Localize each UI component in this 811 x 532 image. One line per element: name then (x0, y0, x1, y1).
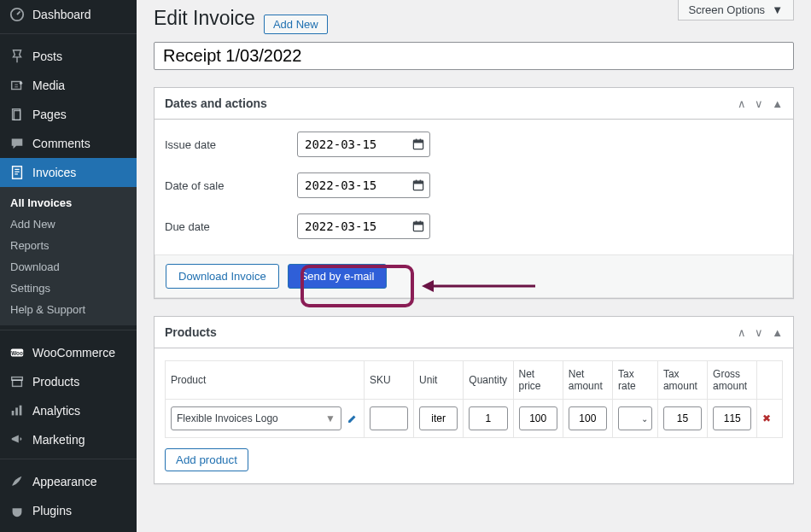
sidebar-sub-all-invoices[interactable]: All Invoices (0, 192, 137, 213)
product-select-value: Flexible Invoices Logo (177, 412, 278, 424)
chevron-down-icon: ⌄ (641, 414, 648, 424)
sidebar-item-media[interactable]: Media (0, 71, 137, 100)
sidebar-item-plugins[interactable]: Plugins (0, 496, 137, 525)
sidebar-item-dashboard[interactable]: Dashboard (0, 0, 137, 29)
delete-row-button[interactable]: ✖ (757, 400, 783, 438)
add-product-button[interactable]: Add product (165, 448, 248, 471)
col-product: Product (166, 361, 365, 400)
sidebar-item-label: Analytics (32, 404, 80, 418)
svg-text:Woo: Woo (11, 350, 23, 356)
add-new-button[interactable]: Add New (264, 15, 328, 34)
send-by-email-button[interactable]: Send by e-mail (288, 264, 388, 289)
media-icon (9, 77, 26, 94)
sidebar-item-woocommerce[interactable]: Woo WooCommerce (0, 338, 137, 367)
sidebar-item-label: Posts (32, 50, 62, 63)
megaphone-icon (9, 431, 26, 448)
move-up-icon[interactable]: ∧ (738, 326, 746, 339)
sidebar-item-invoices[interactable]: Invoices (0, 158, 137, 187)
svg-point-2 (20, 82, 23, 85)
collapse-icon[interactable]: ▲ (772, 97, 783, 110)
svg-rect-5 (13, 167, 22, 178)
col-sku: SKU (364, 361, 413, 400)
sidebar-item-products[interactable]: Products (0, 367, 137, 396)
products-table: Product SKU Unit Quantity Net price Net … (165, 360, 783, 438)
sale-date-label: Date of sale (165, 179, 297, 192)
sidebar-item-appearance[interactable]: Appearance (0, 467, 137, 496)
sidebar-item-label: Products (32, 375, 79, 389)
svg-rect-9 (13, 380, 22, 386)
sidebar-item-posts[interactable]: Posts (0, 42, 137, 71)
sidebar-sub-settings[interactable]: Settings (0, 278, 137, 299)
svg-rect-12 (20, 406, 22, 416)
col-tax-amount: Tax amount (657, 361, 707, 400)
col-qty: Quantity (464, 361, 513, 400)
qty-input[interactable] (469, 406, 507, 430)
due-date-label: Due date (165, 220, 297, 233)
edit-product-icon[interactable] (347, 412, 359, 424)
table-row: Flexible Invoices Logo ▼ (166, 400, 783, 438)
issue-date-input[interactable] (297, 132, 430, 157)
col-net-price: Net price (513, 361, 563, 400)
unit-input[interactable] (419, 406, 458, 430)
sidebar-submenu-invoices: All Invoices Add New Reports Download Se… (0, 187, 137, 325)
net-amount-input[interactable] (569, 406, 607, 430)
sku-input[interactable] (370, 406, 408, 430)
svg-rect-10 (12, 411, 15, 415)
comment-icon (9, 135, 26, 152)
chevron-down-icon: ▼ (325, 412, 335, 424)
move-down-icon[interactable]: ∨ (755, 97, 763, 110)
screen-options-button[interactable]: Screen Options ▼ (678, 0, 794, 20)
sidebar-item-label: Dashboard (32, 8, 91, 21)
page-icon (9, 106, 26, 123)
products-title: Products (155, 317, 227, 348)
tax-rate-select[interactable]: ⌄ (618, 406, 652, 430)
svg-rect-4 (14, 111, 20, 120)
move-up-icon[interactable]: ∧ (738, 97, 746, 110)
sidebar-item-label: Pages (32, 108, 67, 121)
svg-rect-11 (15, 407, 18, 415)
pin-icon (9, 48, 26, 65)
col-net-amount: Net amount (563, 361, 612, 400)
sidebar-sub-add-new[interactable]: Add New (0, 213, 137, 235)
sale-date-input[interactable] (297, 172, 430, 198)
invoice-title-input[interactable] (154, 42, 794, 70)
sidebar-item-marketing[interactable]: Marketing (0, 425, 137, 454)
move-down-icon[interactable]: ∨ (755, 326, 763, 339)
chevron-down-icon: ▼ (772, 3, 783, 16)
screen-options-label: Screen Options (689, 3, 766, 16)
brush-icon (9, 473, 26, 490)
chart-icon (9, 402, 26, 419)
dates-actions-postbox: Dates and actions ∧ ∨ ▲ Issue date Date … (154, 87, 794, 299)
sidebar-item-comments[interactable]: Comments (0, 129, 137, 158)
sidebar-item-label: Media (32, 79, 65, 92)
main-content: Screen Options ▼ Edit Invoice Add New Da… (137, 0, 811, 532)
page-title: Edit Invoice (154, 7, 255, 30)
admin-sidebar: Dashboard Posts Media Pages Comments Inv… (0, 0, 137, 532)
collapse-icon[interactable]: ▲ (772, 326, 783, 339)
due-date-input[interactable] (297, 213, 430, 239)
net-price-input[interactable] (519, 406, 557, 430)
sidebar-item-label: Plugins (32, 504, 72, 517)
col-gross: Gross amount (708, 361, 757, 400)
sidebar-item-analytics[interactable]: Analytics (0, 396, 137, 425)
plugin-icon (9, 502, 26, 519)
tax-amount-input[interactable] (663, 406, 702, 430)
sidebar-sub-reports[interactable]: Reports (0, 235, 137, 256)
sidebar-item-label: WooCommerce (32, 346, 115, 360)
gross-input[interactable] (713, 406, 751, 430)
products-postbox: Products ∧ ∨ ▲ Product SKU Unit (154, 316, 794, 484)
sidebar-item-pages[interactable]: Pages (0, 100, 137, 129)
table-header-row: Product SKU Unit Quantity Net price Net … (166, 361, 783, 400)
sidebar-item-label: Appearance (32, 475, 97, 488)
product-select[interactable]: Flexible Invoices Logo ▼ (171, 406, 341, 430)
col-unit: Unit (414, 361, 464, 400)
dashboard-icon (9, 6, 26, 23)
invoice-icon (9, 164, 26, 181)
archive-icon (9, 373, 26, 390)
sidebar-sub-help[interactable]: Help & Support (0, 299, 137, 320)
download-invoice-button[interactable]: Download Invoice (166, 264, 279, 289)
woo-icon: Woo (9, 344, 26, 361)
dates-actions-title: Dates and actions (155, 88, 277, 119)
sidebar-sub-download[interactable]: Download (0, 256, 137, 278)
issue-date-label: Issue date (165, 138, 297, 151)
